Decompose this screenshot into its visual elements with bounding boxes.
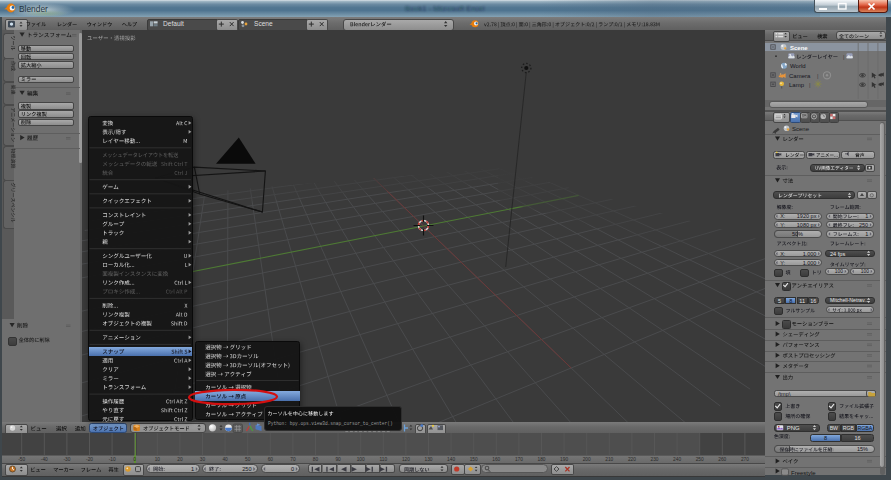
svg-text:120: 120: [402, 457, 410, 462]
svg-text:220: 220: [628, 457, 636, 462]
svg-text:100: 100: [835, 269, 843, 274]
svg-text:Book1 - Microsoft Excel: Book1 - Microsoft Excel: [405, 4, 485, 13]
svg-text:210: 210: [605, 457, 613, 462]
svg-text:5: 5: [778, 298, 781, 304]
svg-text:Lamp: Lamp: [789, 82, 805, 88]
svg-text:160: 160: [492, 457, 500, 462]
svg-text:10: 10: [155, 457, 161, 462]
svg-text:|: |: [809, 82, 810, 88]
svg-text:100: 100: [357, 457, 365, 462]
svg-text:16: 16: [855, 435, 861, 441]
svg-text:Camera: Camera: [789, 73, 811, 79]
svg-text:60: 60: [268, 457, 274, 462]
svg-text:RGBA: RGBA: [858, 425, 873, 431]
svg-text:8: 8: [789, 298, 792, 304]
svg-text:RGB: RGB: [843, 425, 855, 431]
svg-text:70: 70: [290, 457, 296, 462]
svg-text:250: 250: [696, 457, 704, 462]
svg-text:140: 140: [447, 457, 455, 462]
svg-text:Blender: Blender: [19, 4, 48, 14]
svg-text:80: 80: [313, 457, 319, 462]
svg-text:250: 250: [859, 222, 868, 228]
svg-text:-30: -30: [63, 457, 70, 462]
svg-text:Scene: Scene: [254, 20, 273, 27]
svg-text:8: 8: [824, 435, 827, 441]
svg-text:0: 0: [133, 457, 136, 462]
svg-text:Scene: Scene: [792, 126, 810, 132]
svg-text:50: 50: [245, 457, 251, 462]
svg-text:16: 16: [810, 298, 816, 304]
svg-text:Python: bpy.ops.view3d.snap_cu: Python: bpy.ops.view3d.snap_cursor_to_ce…: [268, 421, 393, 426]
svg-text:1.000: 1.000: [803, 260, 817, 266]
svg-text:15%: 15%: [857, 446, 868, 452]
svg-text:Freestyle: Freestyle: [791, 470, 816, 476]
svg-text:1.000: 1.000: [803, 251, 817, 257]
svg-text:230: 230: [650, 457, 658, 462]
svg-text:Mitchell-Netrav...: Mitchell-Netrav...: [830, 297, 869, 303]
svg-text:1920 px: 1920 px: [797, 213, 817, 219]
svg-text:200: 200: [583, 457, 591, 462]
svg-text:X:: X:: [780, 251, 786, 257]
svg-text:170: 170: [515, 457, 523, 462]
svg-text:Y:: Y:: [780, 222, 785, 228]
svg-text:250: 250: [242, 466, 251, 472]
svg-text:BW: BW: [830, 425, 838, 431]
svg-text:|: |: [817, 73, 818, 79]
svg-text:100: 100: [861, 269, 869, 274]
svg-text:0: 0: [291, 466, 294, 472]
svg-text:|: |: [843, 54, 844, 60]
svg-text:1080 px: 1080 px: [797, 222, 817, 228]
svg-text:World: World: [790, 63, 806, 69]
svg-text:50%: 50%: [792, 231, 803, 237]
svg-text:X:: X:: [780, 213, 786, 219]
svg-text:110: 110: [379, 457, 387, 462]
svg-text:11: 11: [799, 298, 805, 304]
svg-text:40: 40: [222, 457, 228, 462]
svg-text:-40: -40: [41, 457, 48, 462]
svg-text:240: 240: [673, 457, 681, 462]
svg-text:-20: -20: [86, 457, 93, 462]
svg-text:20: 20: [177, 457, 183, 462]
svg-text:90: 90: [335, 457, 341, 462]
svg-text:24 fps: 24 fps: [830, 251, 845, 257]
svg-text:Scene: Scene: [790, 45, 808, 51]
svg-text:Default: Default: [163, 20, 184, 27]
svg-text:130: 130: [424, 457, 432, 462]
svg-text:-50: -50: [18, 457, 25, 462]
svg-text:/tmp\: /tmp\: [778, 391, 791, 397]
svg-text:Y:: Y:: [780, 260, 785, 266]
svg-text:-10: -10: [109, 457, 116, 462]
svg-text:PNG: PNG: [787, 425, 800, 431]
svg-text:270: 270: [741, 457, 749, 462]
svg-text:1: 1: [865, 231, 868, 237]
svg-text:150: 150: [470, 457, 478, 462]
svg-text:1: 1: [865, 213, 868, 219]
svg-text:30: 30: [200, 457, 206, 462]
svg-text:180: 180: [537, 457, 545, 462]
svg-text:190: 190: [560, 457, 568, 462]
svg-text:260: 260: [718, 457, 726, 462]
svg-text:1: 1: [191, 466, 194, 472]
